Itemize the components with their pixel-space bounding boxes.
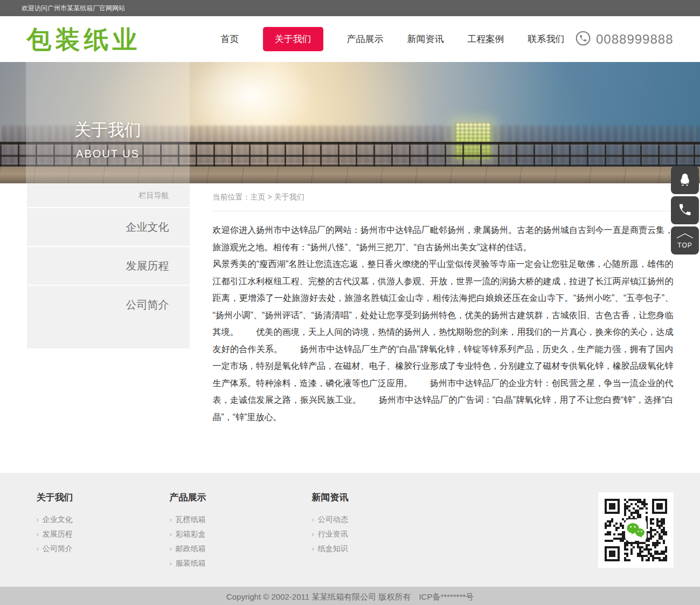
banner-title: 关于我们 bbox=[26, 119, 190, 141]
page-banner: 关于我们 ABOUT US bbox=[0, 62, 700, 183]
phone-handset-icon bbox=[678, 203, 692, 218]
footer-link[interactable]: ›邮政纸箱 bbox=[170, 541, 312, 556]
sidebar-header: 栏目导航 bbox=[27, 183, 190, 207]
welcome-text: 欢迎访问广州市某某纸箱厂官网网站 bbox=[22, 4, 125, 12]
chevron-right-icon: › bbox=[170, 515, 172, 524]
header-phone: 0088999888 bbox=[575, 30, 673, 49]
article-paragraph: 欢迎你进入扬州市中达锌品厂的网站：扬州市中达锌品厂毗邻扬州，隶属扬州。古老的扬州… bbox=[213, 222, 674, 256]
wechat-qr-code bbox=[598, 492, 674, 568]
qq-contact-button[interactable] bbox=[671, 166, 699, 194]
back-to-top-button[interactable]: TOP bbox=[671, 226, 699, 255]
qq-penguin-icon bbox=[677, 172, 692, 189]
phone-number: 0088999888 bbox=[596, 32, 673, 47]
site-logo[interactable]: 包装纸业 bbox=[27, 27, 141, 52]
copyright-text: Copyright © 2002-2011 某某纸箱有限公司 版权所有 ICP备… bbox=[226, 592, 474, 601]
footer-link[interactable]: ›服装纸箱 bbox=[170, 556, 312, 570]
wechat-icon bbox=[625, 519, 647, 541]
breadcrumb-separator: > bbox=[267, 192, 272, 201]
nav-item-cases[interactable]: 工程案例 bbox=[468, 33, 504, 45]
footer-col-title: 产品展示 bbox=[170, 491, 312, 504]
chevron-right-icon: › bbox=[37, 530, 39, 538]
article-paragraph: 风景秀美的“瘦西湖”名胜让您流连忘返，整日香火缭绕的平山堂似传灵验等寺庙一定会让… bbox=[213, 256, 674, 425]
chevron-right-icon: › bbox=[37, 515, 39, 524]
footer-col-title: 新闻资讯 bbox=[312, 491, 454, 504]
about-article: 欢迎你进入扬州市中达锌品厂的网站：扬州市中达锌品厂毗邻扬州，隶属扬州。古老的扬州… bbox=[213, 222, 674, 425]
phone-contact-button[interactable] bbox=[671, 196, 699, 224]
header: 包装纸业 首页 关于我们 产品展示 新闻资讯 工程案例 联系我们 0088999… bbox=[0, 16, 700, 62]
chevron-right-icon: › bbox=[170, 545, 172, 553]
sidebar: 栏目导航 企业文化 发展历程 公司简介 bbox=[27, 183, 190, 349]
footer-link[interactable]: ›企业文化 bbox=[37, 512, 170, 527]
copyright-bar: Copyright © 2002-2011 某某纸箱有限公司 版权所有 ICP备… bbox=[0, 587, 700, 605]
banner-subtitle: ABOUT US bbox=[26, 148, 190, 160]
breadcrumb-prefix: 当前位置： bbox=[213, 192, 251, 201]
breadcrumb: 当前位置：主页 > 关于我们 bbox=[213, 183, 674, 211]
chevron-right-icon: › bbox=[312, 545, 314, 553]
nav-item-home[interactable]: 首页 bbox=[221, 33, 239, 45]
chevron-up-icon bbox=[675, 232, 695, 240]
breadcrumb-home-link[interactable]: 主页 bbox=[251, 192, 266, 201]
footer-col-news: 新闻资讯 ›公司动态 ›行业资讯 ›纸盒知识 bbox=[312, 491, 454, 570]
footer-link[interactable]: ›彩箱彩盒 bbox=[170, 527, 312, 541]
breadcrumb-current: 关于我们 bbox=[274, 192, 304, 201]
footer-col-about: 关于我们 ›企业文化 ›发展历程 ›公司简介 bbox=[37, 491, 170, 570]
nav-item-about[interactable]: 关于我们 bbox=[263, 27, 323, 51]
main-nav: 首页 关于我们 产品展示 新闻资讯 工程案例 联系我们 bbox=[221, 27, 565, 51]
sidebar-item-culture[interactable]: 企业文化 bbox=[27, 208, 190, 246]
footer-link[interactable]: ›公司动态 bbox=[312, 512, 454, 527]
footer-link[interactable]: ›发展历程 bbox=[37, 527, 170, 541]
back-to-top-label: TOP bbox=[677, 242, 692, 249]
banner-caption: 关于我们 ABOUT US bbox=[26, 119, 190, 160]
sidebar-item-history[interactable]: 发展历程 bbox=[27, 247, 190, 285]
nav-item-news[interactable]: 新闻资讯 bbox=[407, 33, 444, 45]
phone-circle-icon bbox=[575, 30, 591, 49]
footer-link[interactable]: ›行业资讯 bbox=[312, 527, 454, 541]
chevron-right-icon: › bbox=[37, 545, 39, 553]
chevron-right-icon: › bbox=[312, 515, 314, 524]
footer: 关于我们 ›企业文化 ›发展历程 ›公司简介 产品展示 ›瓦楞纸箱 ›彩箱彩盒 … bbox=[0, 473, 700, 587]
nav-item-contact[interactable]: 联系我们 bbox=[528, 33, 565, 45]
main-column: 当前位置：主页 > 关于我们 欢迎你进入扬州市中达锌品厂的网站：扬州市中达锌品厂… bbox=[213, 183, 674, 425]
sidebar-item-profile[interactable]: 公司简介 bbox=[27, 286, 190, 348]
footer-link[interactable]: ›瓦楞纸箱 bbox=[170, 512, 312, 527]
nav-item-products[interactable]: 产品展示 bbox=[347, 33, 384, 45]
floating-toolbar: TOP bbox=[671, 166, 699, 255]
footer-link[interactable]: ›纸盒知识 bbox=[312, 541, 454, 556]
topbar: 欢迎访问广州市某某纸箱厂官网网站 bbox=[0, 0, 700, 16]
footer-col-products: 产品展示 ›瓦楞纸箱 ›彩箱彩盒 ›邮政纸箱 ›服装纸箱 bbox=[170, 491, 312, 570]
chevron-right-icon: › bbox=[170, 559, 172, 567]
chevron-right-icon: › bbox=[170, 530, 172, 538]
chevron-right-icon: › bbox=[312, 530, 314, 538]
content-area: 栏目导航 企业文化 发展历程 公司简介 当前位置：主页 > 关于我们 欢迎你进入… bbox=[27, 183, 674, 466]
footer-link[interactable]: ›公司简介 bbox=[37, 541, 170, 556]
footer-col-title: 关于我们 bbox=[37, 491, 170, 504]
